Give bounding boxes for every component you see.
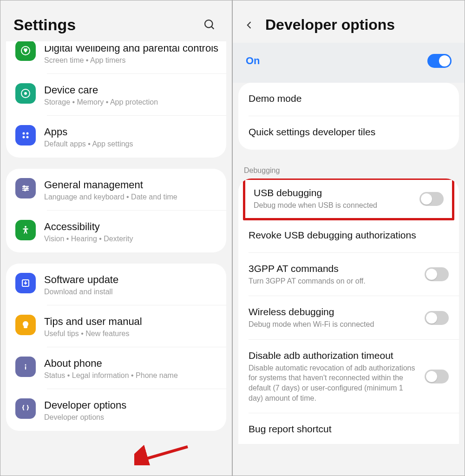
settings-item-title: Tips and user manual bbox=[44, 316, 217, 328]
settings-item-wellbeing[interactable]: Digital Wellbeing and parental controlsS… bbox=[6, 41, 226, 74]
dev-item-revoke[interactable]: Revoke USB debugging authorizations bbox=[238, 219, 459, 253]
dev-item-bugreport[interactable]: Bug report shortcut bbox=[238, 413, 459, 440]
svg-point-6 bbox=[26, 132, 29, 135]
dev-item-title: Wireless debugging bbox=[249, 306, 417, 317]
settings-group: Software updateDownload and installTips … bbox=[6, 264, 226, 431]
settings-item-accessibility[interactable]: AccessibilityVision • Hearing • Dexterit… bbox=[6, 211, 226, 252]
master-toggle-row[interactable]: On bbox=[233, 43, 465, 83]
chevron-left-icon bbox=[245, 20, 254, 30]
settings-item-subtitle: Vision • Hearing • Dexterity bbox=[44, 235, 217, 243]
arrow-annotation bbox=[134, 442, 190, 465]
svg-point-8 bbox=[26, 136, 29, 139]
dev-group-general: Demo modeQuick settings developer tiles bbox=[238, 83, 459, 150]
settings-item-subtitle: Storage • Memory • App protection bbox=[44, 98, 217, 106]
dev-item-title: Bug report shortcut bbox=[249, 423, 449, 435]
settings-item-title: Device care bbox=[44, 84, 217, 96]
settings-item-title: Apps bbox=[44, 126, 217, 138]
master-toggle[interactable] bbox=[427, 54, 452, 68]
section-header-debugging: Debugging bbox=[233, 157, 465, 178]
settings-item-update[interactable]: Software updateDownload and install bbox=[6, 264, 226, 305]
dev-item-usb[interactable]: USB debuggingDebug mode when USB is conn… bbox=[245, 180, 452, 218]
dev-item-demo[interactable]: Demo mode bbox=[238, 83, 459, 116]
dev-item-subtitle: Turn 3GPP AT commands on or off. bbox=[249, 276, 417, 286]
settings-item-devicecare[interactable]: Device careStorage • Memory • App protec… bbox=[6, 74, 226, 116]
settings-item-subtitle: Status • Legal information • Phone name bbox=[44, 371, 217, 380]
search-icon bbox=[203, 18, 216, 31]
dev-item-title: Disable adb authorization timeout bbox=[249, 350, 417, 361]
grid-icon bbox=[15, 125, 36, 145]
dev-item-title: Demo mode bbox=[249, 93, 301, 104]
sliders-icon bbox=[15, 178, 36, 198]
settings-item-subtitle: Download and install bbox=[44, 288, 217, 296]
developer-header: Developer options bbox=[233, 0, 465, 43]
svg-line-1 bbox=[211, 26, 214, 29]
dev-item-wireless[interactable]: Wireless debuggingDebug mode when Wi-Fi … bbox=[238, 296, 459, 340]
settings-item-subtitle: Useful tips • New features bbox=[44, 330, 217, 338]
dev-item-qstiles[interactable]: Quick settings developer tiles bbox=[238, 116, 459, 150]
dev-item-subtitle: Disable automatic revocation of adb auth… bbox=[249, 363, 417, 403]
svg-point-7 bbox=[23, 136, 25, 139]
update-icon bbox=[15, 273, 36, 293]
settings-item-title: Accessibility bbox=[44, 221, 217, 233]
back-button[interactable] bbox=[242, 18, 257, 33]
svg-point-13 bbox=[26, 188, 28, 189]
settings-item-tips[interactable]: Tips and user manualUseful tips • New fe… bbox=[6, 305, 226, 347]
dev-item-3gpp[interactable]: 3GPP AT commandsTurn 3GPP AT commands on… bbox=[238, 253, 459, 297]
dev-item-title: Quick settings developer tiles bbox=[249, 126, 375, 138]
svg-point-15 bbox=[25, 226, 26, 228]
dev-item-title: 3GPP AT commands bbox=[249, 263, 417, 274]
dev-group-debugging: USB debuggingDebug mode when USB is conn… bbox=[238, 178, 459, 444]
developer-options-screen: Developer options On Demo modeQuick sett… bbox=[232, 0, 465, 476]
braces-icon bbox=[15, 398, 36, 419]
svg-point-12 bbox=[24, 186, 25, 187]
settings-screen: Settings Digital Wellbeing and parental … bbox=[0, 0, 232, 476]
settings-group: General managementLanguage and keyboard … bbox=[6, 169, 226, 252]
svg-point-4 bbox=[24, 92, 27, 95]
settings-item-general[interactable]: General managementLanguage and keyboard … bbox=[6, 169, 226, 211]
care-icon bbox=[15, 83, 36, 104]
dev-item-adb[interactable]: Disable adb authorization timeoutDisable… bbox=[238, 340, 459, 413]
settings-item-title: Digital Wellbeing and parental controls bbox=[44, 46, 218, 54]
settings-item-title: Software update bbox=[44, 274, 217, 286]
toggle-adb[interactable] bbox=[425, 370, 449, 383]
settings-item-title: About phone bbox=[44, 357, 217, 370]
settings-item-title: General management bbox=[44, 179, 217, 191]
toggle-3gpp[interactable] bbox=[425, 267, 449, 281]
master-toggle-label: On bbox=[246, 55, 260, 67]
svg-line-20 bbox=[143, 447, 188, 460]
svg-point-14 bbox=[25, 190, 26, 191]
bulb-icon bbox=[15, 315, 36, 335]
settings-item-about[interactable]: About phoneStatus • Legal information • … bbox=[6, 347, 226, 389]
settings-group: Digital Wellbeing and parental controlsS… bbox=[6, 41, 226, 158]
accessibility-icon bbox=[15, 220, 36, 240]
highlight-box: USB debuggingDebug mode when USB is conn… bbox=[243, 178, 454, 220]
svg-point-0 bbox=[205, 20, 212, 27]
dev-item-title: Revoke USB debugging authorizations bbox=[249, 230, 449, 241]
heart-icon bbox=[15, 41, 36, 61]
settings-item-dev[interactable]: Developer optionsDeveloper options bbox=[6, 389, 226, 431]
dev-item-subtitle: Debug mode when Wi-Fi is connected bbox=[249, 319, 417, 330]
settings-header: Settings bbox=[0, 0, 232, 41]
settings-item-title: Developer options bbox=[44, 399, 217, 411]
settings-item-apps[interactable]: AppsDefault apps • App settings bbox=[6, 116, 226, 158]
settings-item-subtitle: Developer options bbox=[44, 413, 217, 422]
svg-point-17 bbox=[25, 364, 26, 366]
svg-rect-18 bbox=[25, 366, 26, 370]
toggle-wireless[interactable] bbox=[425, 311, 449, 325]
svg-point-5 bbox=[23, 132, 25, 135]
dev-item-subtitle: Debug mode when USB is connected bbox=[254, 200, 412, 211]
settings-item-subtitle: Screen time • App timers bbox=[44, 56, 218, 65]
developer-title: Developer options bbox=[265, 16, 395, 33]
toggle-usb[interactable] bbox=[419, 192, 444, 206]
search-button[interactable] bbox=[200, 15, 219, 34]
dev-item-title: USB debugging bbox=[254, 187, 412, 198]
settings-item-subtitle: Language and keyboard • Date and time bbox=[44, 193, 217, 201]
info-icon bbox=[15, 357, 36, 377]
settings-title: Settings bbox=[13, 16, 76, 34]
settings-item-subtitle: Default apps • App settings bbox=[44, 140, 217, 148]
